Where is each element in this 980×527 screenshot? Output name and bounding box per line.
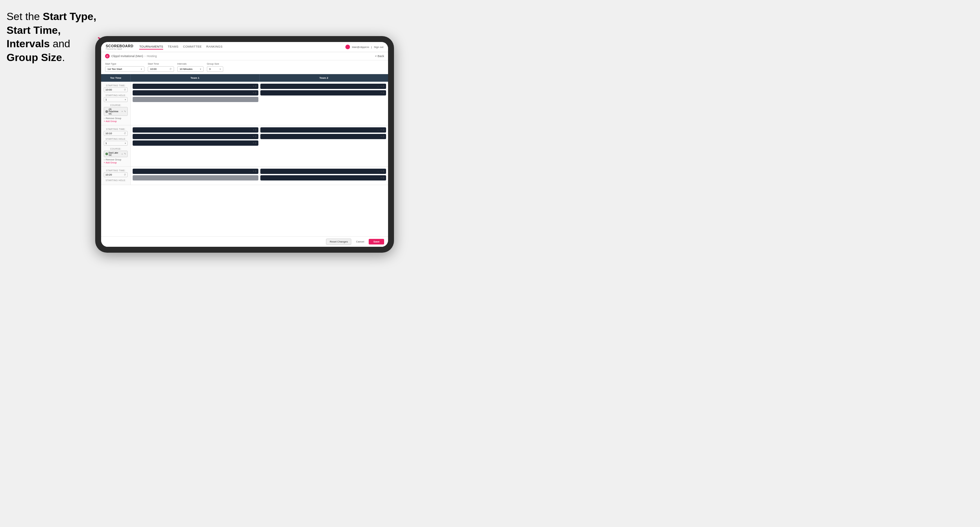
col-header-team2: Team 2	[260, 74, 388, 82]
starting-time-input-1[interactable]: 10:00 ⏱	[104, 87, 128, 92]
starting-time-label-2: STARTING TIME:	[104, 128, 128, 130]
group-size-select[interactable]: 3 ▾	[207, 66, 223, 72]
schedule-area: Tee Time Team 1 Team 2 STARTING TIME: 10…	[101, 74, 388, 236]
start-type-chevron: ▾	[141, 68, 142, 71]
hosting-breadcrumb: Hosting	[147, 54, 157, 58]
and-text: and	[50, 38, 70, 49]
starting-time-value-3: 10:20	[105, 173, 112, 176]
course-label-2: COURSE:	[104, 148, 128, 150]
player-slot[interactable]: × ⊙	[260, 90, 386, 95]
course-value-2: East Lake GC	[109, 152, 121, 156]
nav-link-committee[interactable]: COMMITTEE	[183, 44, 202, 49]
team1-col-1: ··· × ⊙ × ⊙	[133, 84, 258, 123]
course-tag-2: East Lake GC × ✎	[104, 151, 128, 157]
intervals-select[interactable]: 10 Minutes ▾	[177, 66, 204, 72]
teams-panel-1: ··· × ⊙ × ⊙ ··· × ⊙	[130, 82, 388, 125]
start-time-value: 10:00	[150, 68, 157, 71]
player-slot[interactable]: × ⊙	[133, 140, 258, 146]
start-time-group: Start Time 10:00 ⏱	[148, 62, 174, 72]
team1-col-2: ··· × ⊙ ··· × ⊙ × ⊙	[133, 127, 258, 164]
add-group-1[interactable]: + Add Group	[104, 120, 128, 122]
player-slot[interactable]	[133, 175, 258, 181]
add-group-2[interactable]: + Add Group	[104, 162, 128, 164]
player-slot[interactable]: ··· × ⊙	[260, 127, 386, 133]
teams-panel-3: ··· × ⊙ ··· × ⊙ × ⊙	[130, 167, 388, 185]
player-slot[interactable]: ··· × ⊙	[260, 84, 386, 89]
intervals-group: Intervals 10 Minutes ▾	[177, 62, 204, 72]
col-header-team1: Team 1	[130, 74, 260, 82]
save-button[interactable]: Save	[369, 239, 384, 244]
start-time-label: Start Time	[148, 62, 174, 65]
player-slot[interactable]: ··· × ⊙	[133, 127, 258, 133]
nav-link-rankings[interactable]: RANKINGS	[206, 44, 222, 49]
group-size-chevron: ▾	[220, 68, 221, 71]
group-size-label: Group Size	[207, 62, 223, 65]
starting-time-input-2[interactable]: 10:10 ⏱	[104, 131, 128, 136]
nav-link-tournaments[interactable]: TOURNAMENTS	[139, 44, 163, 49]
player-slot[interactable]: ··· × ⊙	[133, 169, 258, 174]
start-type-group: Start Type 1st Tee Start ▾	[105, 62, 145, 72]
cancel-button[interactable]: Cancel	[353, 239, 367, 244]
reset-changes-button[interactable]: Reset Changes	[326, 238, 351, 245]
back-button[interactable]: < Back	[375, 54, 384, 58]
start-type-select[interactable]: 1st Tee Start ▾	[105, 66, 145, 72]
instruction-text: Set the Start Type, Start Time, Interval…	[6, 10, 102, 64]
course-remove-1[interactable]: ×	[121, 110, 123, 113]
player-slot[interactable]: ··· × ⊙	[133, 84, 258, 89]
col-header-tee-time: Tee Time	[101, 74, 130, 82]
nav-links: TOURNAMENTS TEAMS COMMITTEE RANKINGS	[139, 44, 345, 49]
team2-col-2: ··· × ⊙ × ⊙	[260, 127, 386, 164]
starting-time-label-1: STARTING TIME:	[104, 84, 128, 87]
remove-group-1[interactable]: ○ Remove Group	[104, 117, 128, 119]
starting-time-label-3: STARTING TIME:	[104, 169, 128, 171]
group-size-value: 3	[209, 68, 210, 71]
tablet-screen: SCOREBOARD Powered by clippd TOURNAMENTS…	[101, 42, 388, 247]
bold-group-size: Group Size	[6, 51, 62, 63]
player-slot[interactable]	[133, 97, 258, 102]
team2-col-3: ··· × ⊙ × ⊙	[260, 169, 386, 183]
logo-area: SCOREBOARD Powered by clippd	[106, 44, 133, 50]
starting-time-value-2: 10:10	[105, 132, 112, 135]
course-label-1: COURSE:	[104, 104, 128, 106]
starting-hole-label-2: STARTING HOLE:	[104, 138, 128, 140]
tournament-breadcrumb[interactable]: Clippd Invitational (Men)	[111, 54, 143, 58]
controls-row: Start Type 1st Tee Start ▾ Start Time 10…	[101, 60, 388, 74]
starting-time-value-1: 10:00	[105, 88, 112, 91]
nav-separator: |	[371, 46, 372, 49]
starting-hole-input-1[interactable]: 1 ▾	[104, 97, 128, 102]
period: .	[62, 51, 65, 63]
remove-group-2[interactable]: ○ Remove Group	[104, 159, 128, 161]
nav-right: blair@clippd.io | Sign out	[345, 44, 383, 49]
player-slot[interactable]: × ⊙	[260, 175, 386, 181]
intervals-value: 10 Minutes	[180, 68, 192, 71]
nav-bar: SCOREBOARD Powered by clippd TOURNAMENTS…	[101, 42, 388, 52]
course-remove-2[interactable]: ×	[121, 153, 123, 155]
course-value-1: (A) Peachtree GC	[109, 108, 121, 115]
start-time-chevron: ⏱	[169, 68, 172, 70]
user-email: blair@clippd.io	[352, 46, 369, 49]
bold-intervals: Intervals	[6, 38, 50, 49]
intervals-chevron: ▾	[200, 68, 201, 71]
starting-hole-input-2[interactable]: 1 ▾	[104, 141, 128, 146]
player-slot[interactable]: ··· × ⊙	[260, 169, 386, 174]
sign-out-link[interactable]: Sign out	[374, 46, 383, 49]
logo-sub: Powered by clippd	[106, 48, 133, 50]
starting-hole-label-1: STARTING HOLE:	[104, 94, 128, 97]
team1-col-3: ··· × ⊙	[133, 169, 258, 183]
player-slot[interactable]: × ⊙	[133, 90, 258, 95]
bold-start-type: Start Type,	[43, 11, 96, 22]
nav-link-teams[interactable]: TEAMS	[168, 44, 178, 49]
clippd-icon: C	[105, 54, 110, 59]
course-icon-1	[105, 110, 108, 113]
team2-col-1: ··· × ⊙ × ⊙	[260, 84, 386, 123]
course-icon-2	[105, 152, 108, 155]
player-slot[interactable]: × ⊙	[260, 134, 386, 139]
user-avatar	[345, 44, 350, 49]
start-time-select[interactable]: 10:00 ⏱	[148, 66, 174, 72]
starting-time-input-3[interactable]: 10:20 ⏱	[104, 172, 128, 177]
group-block-1: STARTING TIME: 10:00 ⏱ STARTING HOLE: 1 …	[101, 82, 388, 125]
starting-hole-label-3: STARTING HOLE:	[104, 179, 128, 181]
start-type-value: 1st Tee Start	[107, 68, 122, 71]
start-type-label: Start Type	[105, 62, 145, 65]
player-slot[interactable]: ··· × ⊙	[133, 134, 258, 139]
